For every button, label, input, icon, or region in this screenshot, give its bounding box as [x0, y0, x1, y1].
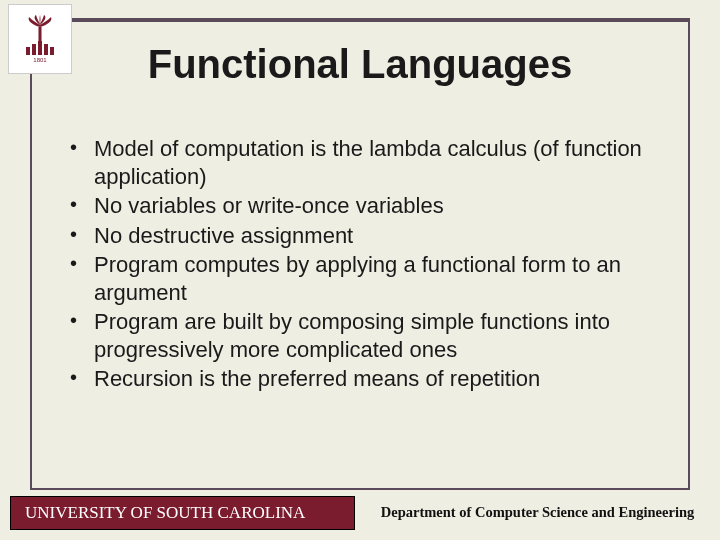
- bullet-text: Recursion is the preferred means of repe…: [94, 366, 540, 391]
- bullet-text: No variables or write-once variables: [94, 193, 444, 218]
- list-item: Program computes by applying a functiona…: [70, 251, 660, 306]
- list-item: Program are built by composing simple fu…: [70, 308, 660, 363]
- list-item: No variables or write-once variables: [70, 192, 660, 220]
- logo-gates-icon: [9, 41, 71, 55]
- bullet-text: Model of computation is the lambda calcu…: [94, 136, 642, 189]
- footer-department: Department of Computer Science and Engin…: [355, 496, 720, 530]
- logo-year: 1801: [31, 57, 48, 63]
- slide-title: Functional Languages: [0, 42, 720, 87]
- bullet-text: Program computes by applying a functiona…: [94, 252, 621, 305]
- palmetto-tree-icon: [23, 15, 57, 43]
- university-logo: 1801: [8, 4, 72, 74]
- list-item: No destructive assignment: [70, 222, 660, 250]
- bullet-text: Program are built by composing simple fu…: [94, 309, 610, 362]
- list-item: Recursion is the preferred means of repe…: [70, 365, 660, 393]
- list-item: Model of computation is the lambda calcu…: [70, 135, 660, 190]
- footer: UNIVERSITY OF SOUTH CAROLINA Department …: [10, 496, 720, 530]
- bullet-text: No destructive assignment: [94, 223, 353, 248]
- bullet-list: Model of computation is the lambda calcu…: [70, 135, 660, 395]
- footer-university: UNIVERSITY OF SOUTH CAROLINA: [10, 496, 355, 530]
- svg-rect-0: [39, 27, 42, 41]
